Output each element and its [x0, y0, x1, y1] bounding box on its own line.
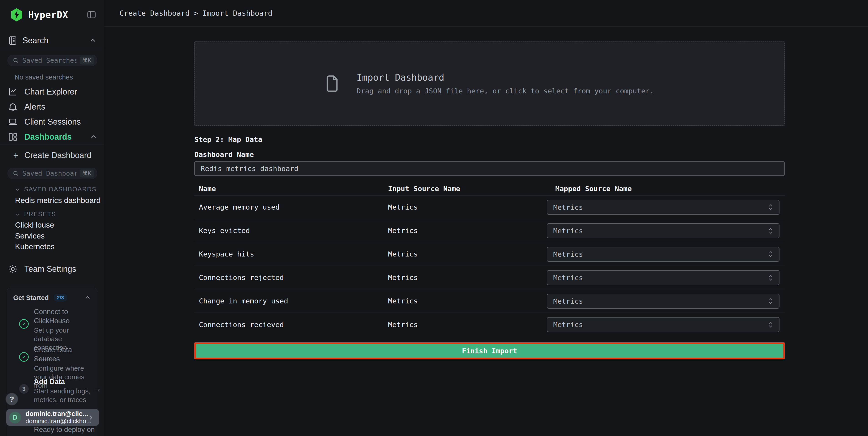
mapped-source-select[interactable]: Metrics — [547, 200, 779, 215]
row-name: Keys evicted — [199, 226, 250, 235]
laptop-icon — [7, 117, 18, 127]
preset-item-clickhouse[interactable]: ClickHouse — [15, 221, 54, 229]
sidebar-item-label: Client Sessions — [24, 117, 81, 127]
table-row: Average memory used Metrics Metrics — [194, 196, 785, 219]
import-dropzone[interactable]: Import Dashboard Drag and drop a JSON fi… — [194, 41, 785, 126]
item-subtitle: Start sending logs, metrics, or traces — [34, 387, 96, 404]
arrow-right-icon[interactable]: → — [93, 384, 101, 394]
chevron-down-icon — [14, 211, 21, 217]
section-label: PRESETS — [24, 211, 56, 218]
journal-icon — [7, 35, 18, 46]
team-settings-label: Team Settings — [24, 264, 76, 274]
get-started-item-add-data[interactable]: Add Data Start sending logs, metrics, or… — [34, 377, 96, 404]
dropzone-subtitle: Drag and drop a JSON file here, or click… — [356, 87, 654, 95]
selected-value: Metrics — [553, 250, 768, 258]
item-title: Create Data Sources — [34, 345, 96, 364]
mapped-source-select[interactable]: Metrics — [547, 247, 779, 262]
selected-value: Metrics — [553, 203, 768, 211]
chevron-right-icon — [88, 414, 94, 421]
row-input-source: Metrics — [388, 226, 418, 235]
dropzone-title: Import Dashboard — [356, 72, 654, 83]
main-content: Import Dashboard Drag and drop a JSON fi… — [104, 27, 868, 436]
search-icon — [12, 57, 19, 64]
section-label: SAVED DASHBOARDS — [24, 186, 96, 193]
item-title: Add Data — [34, 377, 96, 386]
mapped-source-select[interactable]: Metrics — [547, 294, 779, 309]
saved-searches-searchbox[interactable]: ⌘K — [7, 55, 97, 66]
preset-item-services[interactable]: Services — [15, 231, 44, 240]
mapped-source-select[interactable]: Metrics — [547, 270, 779, 285]
row-input-source: Metrics — [388, 297, 418, 305]
create-dashboard-button[interactable]: + Create Dashboard — [13, 151, 92, 160]
table-row: Keyspace hits Metrics Metrics — [194, 242, 785, 266]
chevron-up-icon[interactable] — [90, 133, 97, 141]
gear-icon — [7, 264, 18, 274]
create-dashboard-label: Create Dashboard — [24, 151, 91, 160]
user-name: dominic.tran@clic... — [26, 410, 83, 417]
mapped-source-select[interactable]: Metrics — [547, 317, 779, 332]
get-started-item-deploy[interactable]: Ready to deploy on ClickHouse Cloud? — [34, 425, 96, 436]
preset-item-kubernetes[interactable]: Kubernetes — [15, 242, 55, 251]
select-chevrons-icon — [768, 321, 773, 328]
select-chevrons-icon — [768, 227, 773, 235]
row-name: Average memory used — [199, 203, 280, 211]
search-section-label: Search — [23, 36, 49, 45]
no-saved-searches-note: No saved searches — [14, 74, 73, 81]
dashboard-name-input[interactable] — [194, 161, 785, 176]
progress-badge: 2/3 — [54, 294, 67, 301]
user-menu[interactable]: D dominic.tran@clic... dominic.tran@clic… — [6, 409, 99, 426]
help-button[interactable]: ? — [5, 393, 18, 405]
breadcrumb-current: Import Dashboard — [202, 9, 272, 18]
sidebar-item-client-sessions[interactable]: Client Sessions — [0, 114, 104, 129]
get-started-title: Get Started — [13, 294, 49, 301]
column-header-input: Input Source Name — [388, 184, 460, 193]
saved-dashboards-input[interactable] — [22, 170, 76, 177]
saved-dashboards-section-header[interactable]: SAVED DASHBOARDS — [14, 186, 96, 193]
selected-value: Metrics — [553, 297, 768, 305]
table-row: Change in memory used Metrics Metrics — [194, 289, 785, 313]
mapping-table: Name Input Source Name Mapped Source Nam… — [194, 184, 785, 336]
saved-dashboards-searchbox[interactable]: ⌘K — [7, 168, 97, 179]
chevron-up-icon[interactable] — [89, 37, 97, 45]
step-number-badge: 3 — [19, 384, 29, 394]
app-title: HyperDX — [28, 9, 68, 20]
saved-dashboard-item[interactable]: Redis metrics dashboard — [15, 196, 101, 205]
table-header: Name Input Source Name Mapped Source Nam… — [194, 184, 785, 196]
search-icon — [12, 170, 19, 177]
sidebar-item-alerts[interactable]: Alerts — [0, 99, 104, 114]
select-chevrons-icon — [768, 250, 773, 258]
select-chevrons-icon — [768, 274, 773, 282]
check-circle-icon — [19, 352, 29, 362]
mapped-source-select[interactable]: Metrics — [547, 223, 779, 238]
sidebar-item-team-settings[interactable]: Team Settings — [0, 262, 104, 277]
breadcrumb: Create Dashboard > Import Dashboard — [120, 9, 272, 18]
row-name: Keyspace hits — [199, 250, 254, 258]
hyperdx-logo-icon — [10, 8, 23, 22]
chart-icon — [7, 87, 18, 97]
select-chevrons-icon — [768, 297, 773, 305]
sidebar-item-chart-explorer[interactable]: Chart Explorer — [0, 84, 104, 99]
selected-value: Metrics — [553, 320, 768, 329]
row-name: Connections rejected — [199, 273, 284, 282]
presets-section-header[interactable]: PRESETS — [14, 211, 56, 218]
row-input-source: Metrics — [388, 250, 418, 258]
sidebar-item-label: Chart Explorer — [24, 87, 77, 96]
app-logo[interactable]: HyperDX — [10, 7, 68, 22]
chevron-down-icon — [14, 186, 21, 193]
sidebar: HyperDX Search ⌘K No saved searches — [0, 0, 104, 436]
table-row: Connections recieved Metrics Metrics — [194, 313, 785, 336]
sidebar-item-label: Dashboards — [24, 132, 72, 142]
item-title: Ready to deploy on ClickHouse Cloud? — [34, 425, 96, 436]
sidebar-section-search[interactable]: Search — [7, 35, 97, 46]
shortcut-badge: ⌘K — [80, 170, 94, 177]
row-input-source: Metrics — [388, 273, 418, 282]
collapse-sidebar-icon[interactable] — [86, 9, 97, 20]
saved-searches-input[interactable] — [22, 57, 76, 64]
avatar: D — [9, 412, 21, 424]
chevron-up-icon[interactable] — [84, 294, 91, 301]
sidebar-item-label: Alerts — [24, 102, 45, 112]
sidebar-item-dashboards[interactable]: Dashboards — [0, 129, 104, 144]
breadcrumb-parent[interactable]: Create Dashboard — [120, 9, 190, 18]
finish-import-button[interactable]: Finish Import — [194, 342, 785, 359]
bell-icon — [7, 101, 18, 112]
